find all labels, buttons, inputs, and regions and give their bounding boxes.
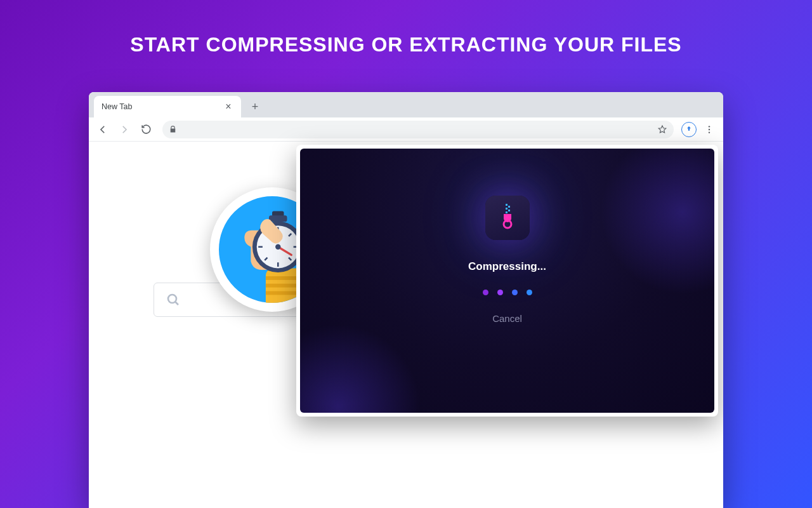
svg-point-2 (709, 131, 710, 133)
tab-strip: New Tab × + (89, 92, 723, 117)
svg-rect-24 (508, 210, 510, 211)
zip-app-icon (485, 196, 530, 240)
close-tab-icon[interactable]: × (223, 102, 233, 112)
menu-button[interactable] (700, 121, 718, 138)
promo-headline: START COMPRESSING OR EXTRACTING YOUR FIL… (0, 0, 812, 57)
page-content: Compressing... Cancel (89, 142, 723, 508)
tab-title: New Tab (102, 102, 223, 111)
zipper-icon (497, 204, 518, 232)
back-button[interactable] (94, 121, 112, 138)
cancel-button[interactable]: Cancel (492, 313, 522, 324)
new-tab-button[interactable]: + (246, 98, 264, 116)
forward-button[interactable] (115, 121, 133, 138)
svg-point-1 (709, 128, 710, 130)
search-icon (166, 292, 181, 307)
svg-rect-27 (506, 218, 508, 222)
svg-rect-23 (506, 208, 508, 210)
svg-point-0 (709, 126, 710, 127)
loading-dot (483, 290, 488, 295)
svg-rect-21 (506, 204, 508, 206)
loading-dots (483, 290, 532, 295)
kebab-menu-icon (704, 124, 714, 135)
decorative-circle (600, 149, 714, 295)
decorative-circle (300, 324, 421, 413)
loading-dot (527, 290, 532, 295)
upload-cloud-icon (684, 125, 693, 134)
address-bar[interactable] (162, 121, 674, 138)
loading-dot (512, 290, 518, 295)
browser-tab[interactable]: New Tab × (94, 96, 241, 117)
bookmark-star-icon[interactable] (657, 124, 667, 135)
arrow-left-icon (97, 124, 108, 135)
status-text: Compressing... (468, 260, 546, 273)
svg-rect-8 (269, 215, 287, 222)
svg-point-3 (168, 295, 176, 303)
compress-popup: Compressing... Cancel (296, 145, 718, 417)
extension-icon[interactable] (681, 122, 697, 137)
browser-window: New Tab × + (89, 92, 723, 508)
compress-popup-inner: Compressing... Cancel (300, 149, 714, 413)
loading-dot (497, 290, 503, 295)
arrow-right-icon (119, 124, 130, 135)
reload-icon (141, 124, 152, 135)
svg-point-20 (275, 244, 280, 250)
lock-icon (169, 125, 177, 133)
svg-rect-25 (506, 211, 508, 213)
browser-toolbar (89, 117, 723, 142)
svg-rect-22 (508, 206, 510, 208)
reload-button[interactable] (137, 121, 155, 138)
